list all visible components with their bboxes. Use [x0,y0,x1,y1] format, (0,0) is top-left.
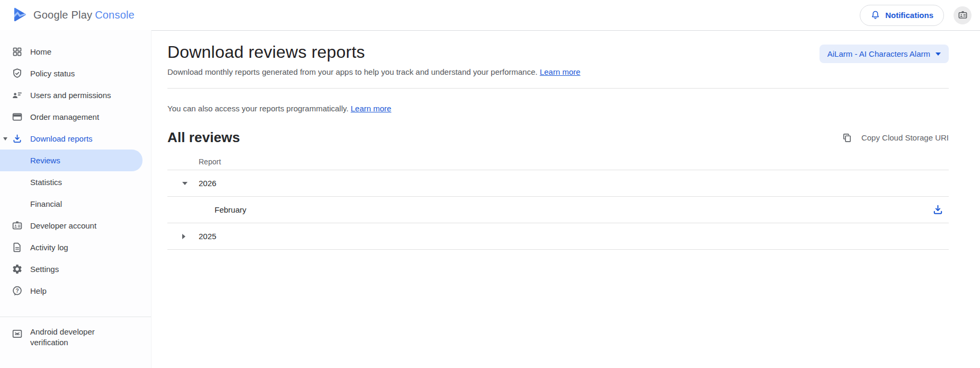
copy-icon [842,133,852,143]
logo-console-text: Console [95,9,135,21]
subtitle-text: Download monthly reports generated from … [167,67,538,76]
sidebar-item-help[interactable]: ? Help [0,280,151,302]
app-selector-dropdown[interactable]: AiLarm - AI Characters Alarm [819,45,949,63]
android-icon [11,328,23,339]
sidebar-item-home[interactable]: Home [0,41,151,63]
account-button[interactable] [954,6,972,24]
sidebar-item-label: Reviews [30,156,60,165]
row-label: 2025 [199,232,216,241]
triangle-right-icon [182,234,185,239]
sidebar-item-label: Financial [30,199,62,208]
svg-text:?: ? [15,288,19,294]
sidebar-item-label: Developer account [30,221,96,230]
google-play-console-logo[interactable]: Google PlayConsole [13,7,135,23]
sidebar-item-label: Help [30,286,47,295]
sidebar-item-financial[interactable]: Financial [0,193,151,215]
sidebar-item-label: Android developer verification [30,327,120,348]
notifications-label: Notifications [885,11,933,20]
table-header-row: Report [167,154,949,170]
triangle-down-icon [182,182,188,185]
sidebar-item-label: Policy status [30,69,75,78]
sidebar-item-android-developer-verification[interactable]: Android developer verification [0,322,151,348]
gear-icon [11,264,23,275]
shield-check-icon [11,68,23,80]
badge-icon [958,10,968,20]
reports-table: Report 2026 February 2025 [167,154,949,250]
download-report-button[interactable] [932,204,944,216]
row-label: February [167,205,246,214]
expand-toggle[interactable] [182,234,199,239]
sidebar-item-settings[interactable]: Settings [0,258,151,280]
payment-card-icon [11,111,23,123]
programmatic-text: You can also access your reports program… [167,104,349,113]
table-row-year-2025[interactable]: 2025 [167,223,949,250]
copy-button-label: Copy Cloud Storage URI [861,133,949,142]
section-divider [167,88,949,89]
section-title: All reviews [167,129,240,146]
column-header-report: Report [199,157,221,166]
collapse-toggle[interactable] [182,182,199,185]
sidebar-item-order-management[interactable]: Order management [0,106,151,128]
sidebar-divider [0,317,151,317]
sidebar-item-users-and-permissions[interactable]: Users and permissions [0,84,151,106]
sidebar-item-label: Download reports [30,134,93,143]
sidebar-item-label: Statistics [30,178,62,187]
sidebar-nav: Home Policy status Users and permissions [0,30,152,368]
sidebar-item-label: Settings [30,265,59,274]
users-icon [11,90,23,101]
copy-cloud-storage-uri-button[interactable]: Copy Cloud Storage URI [842,133,949,143]
logo-google-play-text: Google Play [33,9,92,21]
page-subtitle: Download monthly reports generated from … [167,67,949,76]
top-app-bar: Google PlayConsole Notifications [0,0,980,30]
document-icon [11,242,23,253]
sidebar-item-statistics[interactable]: Statistics [0,171,151,193]
sidebar-item-download-reports[interactable]: Download reports [0,128,151,150]
sidebar-item-label: Users and permissions [30,91,111,100]
help-icon: ? [11,285,23,297]
chevron-down-icon[interactable] [3,137,7,141]
logo-wordmark: Google PlayConsole [33,9,135,21]
sidebar-item-label: Order management [30,112,99,121]
chevron-down-icon [936,52,941,56]
table-row-month-february[interactable]: February [167,197,949,223]
all-reviews-header: All reviews Copy Cloud Storage URI [167,129,949,146]
grid-icon [11,46,23,58]
bell-icon [870,10,880,20]
sidebar-item-label: Home [30,47,51,56]
main-content: AiLarm - AI Characters Alarm Download re… [152,30,980,368]
programmatic-access-text: You can also access your reports program… [167,104,949,113]
badge-icon [11,220,23,232]
sidebar-item-activity-log[interactable]: Activity log [0,236,151,258]
notifications-button[interactable]: Notifications [860,5,944,26]
row-label: 2026 [199,179,216,188]
learn-more-link[interactable]: Learn more [540,67,581,76]
table-row-year-2026[interactable]: 2026 [167,170,949,197]
sidebar-item-policy-status[interactable]: Policy status [0,63,151,84]
sidebar-item-label: Activity log [30,243,68,252]
download-icon [932,204,944,216]
sidebar-item-reviews[interactable]: Reviews [0,150,142,171]
play-triangle-icon [13,7,27,23]
programmatic-learn-more-link[interactable]: Learn more [351,104,391,113]
app-selector-label: AiLarm - AI Characters Alarm [827,49,930,58]
sidebar-item-developer-account[interactable]: Developer account [0,215,151,236]
download-icon [11,133,23,145]
